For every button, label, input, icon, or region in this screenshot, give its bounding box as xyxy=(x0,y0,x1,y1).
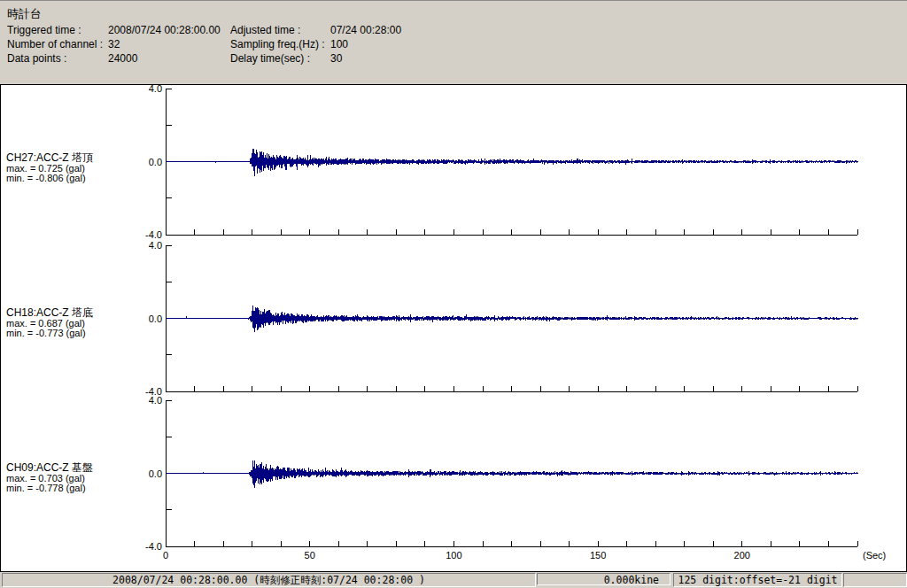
sampling-freq-label: Sampling freq.(Hz) : xyxy=(230,38,325,50)
svg-text:0: 0 xyxy=(163,550,168,561)
sampling-freq-value: 100 xyxy=(330,38,348,50)
info-header: 時計台 Triggered time : 2008/07/24 00:28:00… xyxy=(0,0,907,85)
status-kine-value: 0.000kine xyxy=(537,573,671,585)
status-extra-cell xyxy=(843,573,907,587)
channel-label-ch09: CH09:ACC-Z 基盤 max. = 0.703 (gal) min. = … xyxy=(6,462,157,493)
status-bar: 2008/07/24 00:28:00.00 (時刻修正時刻:07/24 00:… xyxy=(0,573,907,588)
channel-min: min. = -0.806 (gal) xyxy=(6,174,157,183)
svg-text:4.0: 4.0 xyxy=(149,395,162,406)
svg-text:-4.0: -4.0 xyxy=(145,541,162,552)
delay-time-label: Delay time(sec) : xyxy=(230,52,310,65)
svg-text:200: 200 xyxy=(734,550,750,561)
status-digit-info: 125 digit:offset=-21 digit xyxy=(673,573,842,587)
channel-count-value: 32 xyxy=(108,38,120,50)
svg-text:-4.0: -4.0 xyxy=(145,229,162,240)
svg-text:4.0: 4.0 xyxy=(149,240,162,251)
delay-time-value: 30 xyxy=(330,52,342,65)
channel-min: min. = -0.778 (gal) xyxy=(6,484,157,493)
data-points-value: 24000 xyxy=(108,52,137,65)
channel-count-label: Number of channel : xyxy=(7,38,103,50)
svg-text:50: 50 xyxy=(305,550,315,561)
data-points-label: Data points : xyxy=(7,52,66,65)
adjusted-time-label: Adjusted time : xyxy=(230,24,300,36)
status-timestamp: 2008/07/24 00:28:00.00 (時刻修正時刻:07/24 00:… xyxy=(2,573,536,587)
svg-text:100: 100 xyxy=(446,550,461,561)
svg-text:(Sec): (Sec) xyxy=(863,550,886,561)
channel-label-ch18: CH18:ACC-Z 塔底 max. = 0.687 (gal) min. = … xyxy=(6,307,157,338)
triggered-time-value: 2008/07/24 00:28:00.00 xyxy=(108,24,221,36)
svg-text:4.0: 4.0 xyxy=(149,85,162,94)
channel-label-ch27: CH27:ACC-Z 塔頂 max. = 0.725 (gal) min. = … xyxy=(6,152,157,183)
app-title: 時計台 xyxy=(7,6,42,22)
svg-text:150: 150 xyxy=(590,550,606,561)
adjusted-time-value: 07/24 00:28:00 xyxy=(330,24,401,36)
channel-min: min. = -0.773 (gal) xyxy=(6,329,157,338)
triggered-time-label: Triggered time : xyxy=(7,24,81,36)
